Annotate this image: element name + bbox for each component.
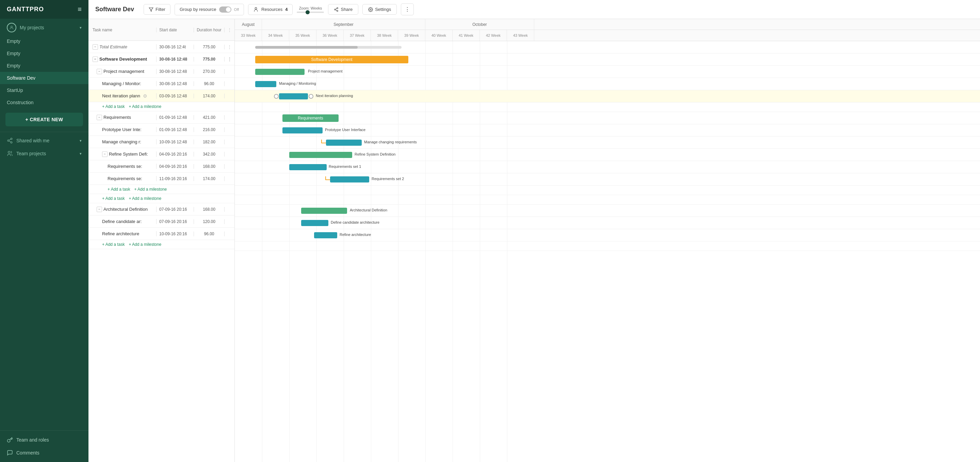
task-name-requirements[interactable]: − Requirements [89, 115, 156, 120]
collapse-refine-sys[interactable]: − [102, 151, 108, 157]
sidebar-item-comments[interactable]: Comments [0, 446, 89, 459]
dep-arrow-req-set2 [325, 179, 330, 180]
timeline-weeks: 33 Week 34 Week 35 Week 36 Week 37 Week … [235, 30, 980, 41]
settings-button[interactable]: Settings [363, 4, 397, 14]
add-milestone-link-1[interactable]: + Add a milestone [129, 104, 161, 109]
sidebar-item-empty2[interactable]: Empty [0, 47, 89, 60]
shared-with-me-section[interactable]: Shared with me ▾ [0, 134, 89, 147]
task-row-proto-ui: Prototype User Inte: 01-09-16 12:48 216.… [89, 124, 234, 136]
zoom-thumb [305, 10, 310, 14]
resources-button[interactable]: Resources 4 [248, 4, 293, 15]
share-button[interactable]: Share [328, 4, 358, 14]
task-date-manage-change: 10-09-16 12:48 [156, 140, 194, 144]
gantt-row-total [235, 41, 980, 53]
task-row-define-cand: Define candidate ar: 07-09-16 20:16 120.… [89, 215, 234, 228]
svg-point-14 [370, 9, 371, 10]
task-dur-requirements: 421.00 [194, 115, 224, 120]
task-name-proto-ui[interactable]: Prototype User Inte: [89, 127, 156, 132]
task-name-req-set2[interactable]: Requirements se: [89, 176, 156, 181]
gantt-bar-proto-ui[interactable] [282, 127, 323, 134]
task-dur-proto-ui: 216.00 [194, 127, 224, 132]
gantt-bar-req-set2[interactable] [330, 176, 369, 183]
gantt-bar-refine-arch[interactable] [314, 232, 337, 238]
collapse-proj-mgmt[interactable]: − [97, 69, 102, 74]
gantt-row-refine-arch: Refine architecture [235, 229, 980, 241]
team-projects-chevron[interactable]: ▾ [80, 151, 82, 156]
task-name-sw-dev[interactable]: − Software Development [89, 57, 156, 62]
task-row-total: − Total Estimate 30-08-16 12:4t 775.00 ⋮ [89, 41, 234, 53]
task-row-managing: Managing / Monitor: 30-08-16 12:48 96.00 [89, 78, 234, 90]
gantt-bar-managing[interactable] [255, 81, 276, 87]
task-name-total[interactable]: − Total Estimate [89, 44, 156, 50]
task-name-managing[interactable]: Managing / Monitor: [89, 81, 156, 86]
gantt-bar-requirements[interactable]: Requirements [282, 115, 339, 122]
add-task-link-2[interactable]: + Add a task [108, 187, 130, 192]
more-options-button[interactable]: ⋮ [401, 3, 414, 15]
gantt-bar-refine-sys[interactable] [289, 152, 352, 158]
task-name-refine-sys[interactable]: − Refine System Defi: [89, 151, 156, 157]
filter-button[interactable]: Filter [143, 4, 170, 14]
task-name-define-cand[interactable]: Define candidate ar: [89, 219, 156, 224]
my-projects-section[interactable]: My projects ▾ [0, 19, 89, 35]
task-date-requirements: 01-09-16 12:48 [156, 115, 194, 120]
task-name-proj-mgmt[interactable]: − Project management [89, 69, 156, 74]
task-name-manage-change[interactable]: Manage changing r: [89, 139, 156, 144]
task-name-arch-def[interactable]: − Architectural Definition [89, 207, 156, 212]
gantt-bar-proj-mgmt[interactable] [255, 69, 305, 75]
add-milestone-link-2[interactable]: + Add a milestone [134, 187, 167, 192]
task-date-managing: 30-08-16 12:48 [156, 81, 194, 86]
add-milestone-link-3[interactable]: + Add a milestone [129, 196, 161, 201]
create-new-button[interactable]: + CREATE NEW [5, 113, 83, 126]
task-row-requirements: − Requirements 01-09-16 12:48 421.00 [89, 112, 234, 124]
collapse-total[interactable]: − [92, 44, 98, 50]
menu-icon[interactable]: ≡ [78, 5, 82, 13]
sidebar-item-team-roles[interactable]: Team and roles [0, 433, 89, 446]
sidebar-item-empty1[interactable]: Empty [0, 35, 89, 47]
gantt-bar-manage-change[interactable] [326, 140, 362, 146]
week-43: 43 Week [507, 30, 534, 41]
group-by-button[interactable]: Group by resource Off [175, 4, 244, 15]
gantt-bar-next-iter[interactable] [279, 93, 308, 99]
task-label-sw-dev: Software Development [99, 57, 147, 62]
week-37: 37 Week [344, 30, 371, 41]
bar-label-manage-change: Manage changing requirements [364, 140, 417, 144]
zoom-slider[interactable] [297, 11, 324, 13]
zoom-control[interactable]: Zoom: Weeks [297, 6, 324, 13]
sidebar-item-startup[interactable]: StartUp [0, 84, 89, 96]
sidebar-item-empty3[interactable]: Empty [0, 60, 89, 72]
task-dur-refine-arch: 96.00 [194, 231, 224, 236]
gantt-bar-req-set1[interactable] [289, 164, 327, 170]
shared-chevron[interactable]: ▾ [80, 139, 82, 143]
sidebar-item-softwaredev[interactable]: Software Dev [0, 72, 89, 84]
team-projects-label: Team projects [16, 151, 46, 156]
task-date-req-set2: 11-09-16 20:16 [156, 176, 194, 181]
add-task-link-4[interactable]: + Add a task [102, 242, 124, 247]
sidebar-item-label-construction: Construction [7, 100, 34, 105]
collapse-sw-dev[interactable]: − [92, 57, 98, 62]
task-actions-total[interactable]: ⋮ [224, 44, 234, 49]
task-name-refine-arch[interactable]: Refine architecture [89, 231, 156, 236]
group-by-label: Group by resource [180, 7, 216, 12]
task-name-req-set1[interactable]: Requirements se: [89, 164, 156, 169]
task-dur-manage-change: 182.00 [194, 140, 224, 144]
week-42: 42 Week [480, 30, 507, 41]
team-projects-section[interactable]: Team projects ▾ [0, 147, 89, 159]
gear-icon-next-iter[interactable]: ⚙ [143, 93, 147, 99]
sidebar-item-construction[interactable]: Construction [0, 96, 89, 108]
task-actions-sw-dev[interactable]: ⋮ [224, 57, 234, 62]
gantt-bar-define-cand[interactable] [301, 220, 328, 226]
collapse-arch-def[interactable]: − [97, 207, 102, 212]
key-icon [7, 437, 13, 443]
task-name-next-iter[interactable]: Next iteration plann ⚙ [89, 93, 156, 99]
total-scrollbar[interactable] [255, 46, 401, 49]
task-dur-define-cand: 120.00 [194, 219, 224, 224]
add-milestone-link-4[interactable]: + Add a milestone [129, 242, 161, 247]
gantt-bar-arch-def[interactable] [301, 208, 347, 214]
collapse-requirements[interactable]: − [97, 115, 102, 120]
my-projects-chevron[interactable]: ▾ [80, 25, 82, 30]
add-task-link-1[interactable]: + Add a task [102, 104, 124, 109]
week-39: 39 Week [398, 30, 425, 41]
gantt-bar-sw-dev[interactable]: Software Development [255, 56, 408, 63]
group-by-toggle[interactable] [219, 6, 231, 13]
add-task-link-3[interactable]: + Add a task [102, 196, 124, 201]
